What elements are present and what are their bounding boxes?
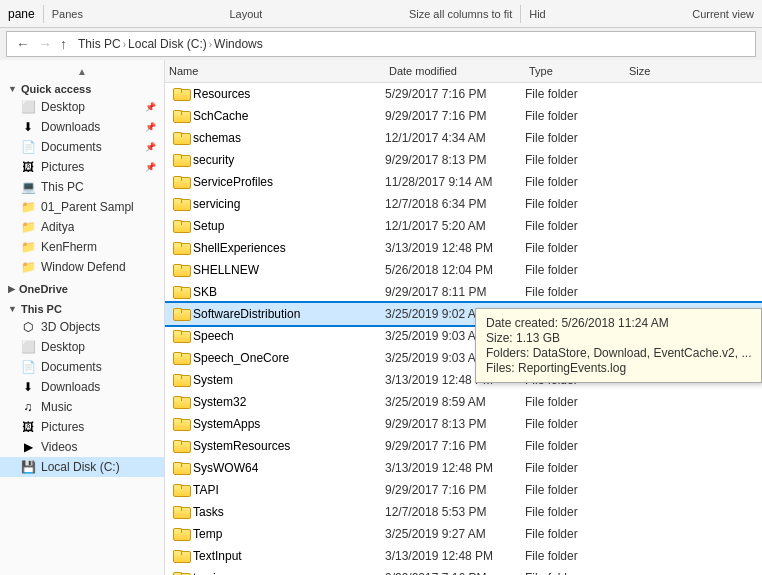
folder-icon <box>173 154 189 167</box>
sidebar-downloads-label: Downloads <box>41 120 100 134</box>
sidebar-item-music[interactable]: ♫ Music <box>0 397 164 417</box>
file-name-label: SHELLNEW <box>193 263 259 277</box>
kenfherm-icon: 📁 <box>20 239 36 255</box>
pin-icon-documents: 📌 <box>145 142 156 152</box>
toolbar: pane Panes Layout Size all columns to fi… <box>0 0 762 28</box>
file-name-label: System32 <box>193 395 246 409</box>
onedrive-header[interactable]: ▶ OneDrive <box>0 281 164 297</box>
table-row[interactable]: TAPI 9/29/2017 7:16 PM File folder <box>165 479 762 501</box>
panes-label: Panes <box>52 8 83 20</box>
file-name-label: Temp <box>193 527 222 541</box>
table-row[interactable]: ServiceProfiles 11/28/2017 9:14 AM File … <box>165 171 762 193</box>
sidebar-3dobjects-label: 3D Objects <box>41 320 100 334</box>
sidebar-item-this-pc[interactable]: 💻 This PC <box>0 177 164 197</box>
back-button[interactable]: ← <box>13 36 33 52</box>
sidebar-item-documents2[interactable]: 📄 Documents <box>0 357 164 377</box>
file-name-cell: Temp <box>165 527 385 541</box>
size-all-cols[interactable]: Size all columns to fit <box>409 8 512 20</box>
file-name-label: Tasks <box>193 505 224 519</box>
this-pc-section-header[interactable]: ▼ This PC <box>0 301 164 317</box>
file-name-cell: TextInput <box>165 549 385 563</box>
file-date-cell: 3/25/2019 9:27 AM <box>385 527 525 541</box>
table-row[interactable]: SKB 9/29/2017 8:11 PM File folder <box>165 281 762 303</box>
table-row[interactable]: SystemApps 9/29/2017 8:13 PM File folder <box>165 413 762 435</box>
table-row[interactable]: ShellExperiences 3/13/2019 12:48 PM File… <box>165 237 762 259</box>
pictures2-icon: 🖼 <box>20 419 36 435</box>
sidebar-item-desktop2[interactable]: ⬜ Desktop <box>0 337 164 357</box>
downloads-icon: ⬇ <box>20 119 36 135</box>
sidebar-item-videos[interactable]: ▶ Videos <box>0 437 164 457</box>
file-name-cell: servicing <box>165 197 385 211</box>
col-header-type[interactable]: Type <box>525 63 625 79</box>
folder-icon <box>173 88 189 101</box>
sidebar-item-downloads[interactable]: ⬇ Downloads 📌 <box>0 117 164 137</box>
folder-icon <box>173 110 189 123</box>
quick-access-header[interactable]: ▼ Quick access <box>0 81 164 97</box>
desktop-icon: ⬜ <box>20 99 36 115</box>
sidebar-item-01parent[interactable]: 📁 01_Parent Sampl <box>0 197 164 217</box>
sidebar-item-kenfherm[interactable]: 📁 KenFherm <box>0 237 164 257</box>
folder-icon <box>173 484 189 497</box>
quick-access-label: Quick access <box>21 83 91 95</box>
sidebar-item-aditya[interactable]: 📁 Aditya <box>0 217 164 237</box>
table-row[interactable]: SHELLNEW 5/26/2018 12:04 PM File folder <box>165 259 762 281</box>
music-icon: ♫ <box>20 399 36 415</box>
folder-icon <box>173 550 189 563</box>
pictures-icon: 🖼 <box>20 159 36 175</box>
file-name-cell: Tasks <box>165 505 385 519</box>
table-row[interactable]: SchCache 9/29/2017 7:16 PM File folder <box>165 105 762 127</box>
breadcrumb-sep-1: › <box>123 39 126 50</box>
col-header-size[interactable]: Size <box>625 63 705 79</box>
sidebar-item-localdisk[interactable]: 💾 Local Disk (C:) <box>0 457 164 477</box>
up-button[interactable]: ↑ <box>57 36 70 52</box>
file-name-label: TextInput <box>193 549 242 563</box>
forward-button[interactable]: → <box>35 36 55 52</box>
breadcrumb-local-disk[interactable]: Local Disk (C:) <box>128 37 207 51</box>
table-row[interactable]: Setup 12/1/2017 5:20 AM File folder <box>165 215 762 237</box>
breadcrumb-windows[interactable]: Windows <box>214 37 263 51</box>
file-name-cell: Resources <box>165 87 385 101</box>
table-row[interactable]: System32 3/25/2019 8:59 AM File folder <box>165 391 762 413</box>
file-name-label: security <box>193 153 234 167</box>
table-row[interactable]: servicing 12/7/2018 6:34 PM File folder <box>165 193 762 215</box>
file-date-cell: 5/29/2017 7:16 PM <box>385 87 525 101</box>
col-header-date[interactable]: Date modified <box>385 63 525 79</box>
table-row[interactable]: Resources 5/29/2017 7:16 PM File folder <box>165 83 762 105</box>
file-name-cell: tracing <box>165 571 385 575</box>
sidebar-item-pictures[interactable]: 🖼 Pictures 📌 <box>0 157 164 177</box>
3dobjects-icon: ⬡ <box>20 319 36 335</box>
file-type-cell: File folder <box>525 417 625 431</box>
table-row[interactable]: Temp 3/25/2019 9:27 AM File folder <box>165 523 762 545</box>
table-row[interactable]: security 9/29/2017 8:13 PM File folder <box>165 149 762 171</box>
scroll-up-indicator[interactable]: ▲ <box>0 64 164 79</box>
sidebar-item-pictures2[interactable]: 🖼 Pictures <box>0 417 164 437</box>
file-date-cell: 12/7/2018 5:53 PM <box>385 505 525 519</box>
sidebar-videos-label: Videos <box>41 440 77 454</box>
sidebar-item-windowdefend[interactable]: 📁 Window Defend <box>0 257 164 277</box>
file-type-cell: File folder <box>525 571 625 575</box>
folder-icon <box>173 286 189 299</box>
file-date-cell: 9/29/2017 8:13 PM <box>385 417 525 431</box>
localdisk-icon: 💾 <box>20 459 36 475</box>
sidebar-item-downloads2[interactable]: ⬇ Downloads <box>0 377 164 397</box>
table-row[interactable]: TextInput 3/13/2019 12:48 PM File folder <box>165 545 762 567</box>
sidebar-item-3dobjects[interactable]: ⬡ 3D Objects <box>0 317 164 337</box>
quick-access-arrow: ▼ <box>8 84 17 94</box>
sidebar-item-desktop[interactable]: ⬜ Desktop 📌 <box>0 97 164 117</box>
aditya-icon: 📁 <box>20 219 36 235</box>
col-header-name[interactable]: Name <box>165 63 385 79</box>
file-name-label: TAPI <box>193 483 219 497</box>
sidebar-item-documents[interactable]: 📄 Documents 📌 <box>0 137 164 157</box>
table-row[interactable]: Tasks 12/7/2018 5:53 PM File folder <box>165 501 762 523</box>
toolbar-sep-2 <box>520 5 521 23</box>
table-row[interactable]: SystemResources 9/29/2017 7:16 PM File f… <box>165 435 762 457</box>
table-row[interactable]: SysWOW64 3/13/2019 12:48 PM File folder <box>165 457 762 479</box>
table-row[interactable]: schemas 12/1/2017 4:34 AM File folder <box>165 127 762 149</box>
breadcrumb-this-pc[interactable]: This PC <box>78 37 121 51</box>
table-row[interactable]: tracing 9/29/2017 7:16 PM File folder <box>165 567 762 575</box>
folder-icon <box>173 418 189 431</box>
folder-icon <box>173 132 189 145</box>
folder-icon <box>173 440 189 453</box>
file-name-cell: Setup <box>165 219 385 233</box>
file-date-cell: 9/29/2017 8:13 PM <box>385 153 525 167</box>
